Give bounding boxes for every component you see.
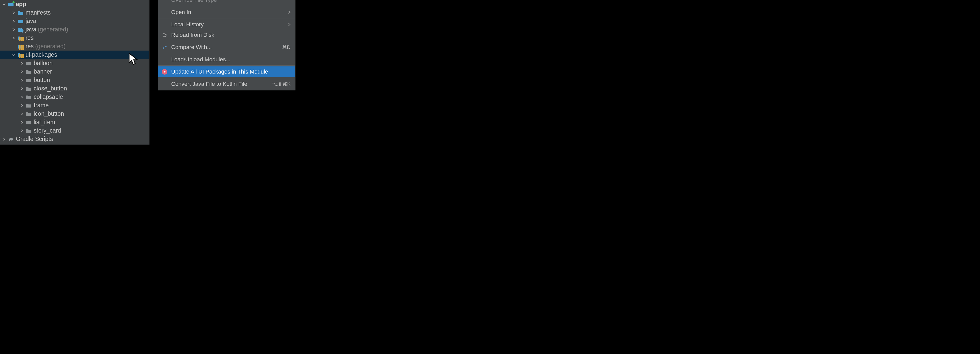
chevron-right-icon[interactable]: [12, 28, 16, 31]
menu-item-reload-from-disk[interactable]: Reload from Disk: [158, 30, 295, 40]
folder-icon: [26, 61, 32, 66]
tree-node-app[interactable]: app: [0, 0, 149, 8]
tree-label: list_item: [34, 119, 55, 126]
chevron-down-icon[interactable]: [12, 53, 16, 56]
menu-item-convert-to-kotlin[interactable]: Convert Java File to Kotlin File ⌥⇧⌘K: [158, 79, 295, 89]
menu-item-load-unload-modules[interactable]: Load/Unload Modules...: [158, 54, 295, 65]
spinner-icon: [18, 28, 24, 33]
menu-label: Override File Type: [171, 0, 291, 3]
menu-label: Compare With...: [171, 44, 282, 51]
tree-label: story_card: [34, 127, 61, 134]
compare-icon: [162, 44, 168, 50]
tree-suffix: (generated): [38, 26, 68, 33]
context-menu: Override File Type Open In Local History…: [158, 0, 296, 91]
chevron-right-icon[interactable]: [20, 121, 24, 124]
folder-icon: [26, 77, 32, 83]
folder-icon: [26, 120, 32, 125]
menu-separator: [158, 78, 295, 78]
tree-label: manifests: [25, 9, 51, 16]
chevron-right-icon[interactable]: [2, 138, 6, 141]
tree-label: close_button: [34, 85, 67, 92]
tree-node-gradle-scripts[interactable]: Gradle Scripts: [0, 135, 149, 143]
chevron-down-icon[interactable]: [2, 3, 6, 6]
folder-icon: [26, 86, 32, 91]
figma-relay-icon: [162, 69, 168, 75]
tree-node-java-generated[interactable]: java (generated): [0, 25, 149, 34]
menu-item-open-in[interactable]: Open In: [158, 7, 295, 18]
tree-node-close-button[interactable]: close_button: [0, 84, 149, 93]
project-tree-panel: app manifests java java (generated) res: [0, 0, 150, 145]
tree-node-res[interactable]: res: [0, 34, 149, 42]
tree-node-ui-packages[interactable]: ui-packages: [0, 51, 149, 59]
tree-label: res: [25, 35, 34, 41]
module-dot-icon: [13, 1, 14, 3]
resource-bars-icon: [18, 45, 24, 50]
tree-node-balloon[interactable]: balloon: [0, 59, 149, 67]
tree-label: res: [25, 43, 34, 50]
menu-item-compare-with[interactable]: Compare With... ⌘D: [158, 42, 295, 53]
tree-label: ui-packages: [25, 51, 57, 58]
tree-node-list-item[interactable]: list_item: [0, 118, 149, 126]
resource-folder-icon: [18, 35, 24, 41]
menu-shortcut: ⌥⇧⌘K: [272, 81, 291, 87]
submenu-arrow-icon: [288, 9, 291, 16]
chevron-right-icon[interactable]: [12, 20, 16, 23]
menu-separator: [158, 41, 295, 41]
folder-icon: [26, 111, 32, 117]
reload-icon: [162, 32, 168, 38]
tree-node-frame[interactable]: frame: [0, 101, 149, 110]
tree-label: balloon: [34, 60, 52, 67]
tree-node-icon-button[interactable]: icon_button: [0, 110, 149, 118]
menu-label: Reload from Disk: [171, 32, 291, 38]
tree-node-story-card[interactable]: story_card: [0, 126, 149, 135]
chevron-right-icon[interactable]: [20, 112, 24, 115]
chevron-right-icon[interactable]: [20, 104, 24, 107]
tree-label: java: [25, 18, 36, 24]
menu-label: Open In: [171, 9, 288, 16]
chevron-right-icon[interactable]: [12, 11, 16, 14]
folder-icon: [26, 103, 32, 108]
folder-icon: [18, 18, 24, 24]
menu-label: Convert Java File to Kotlin File: [171, 81, 272, 87]
resource-bars-icon: [18, 37, 24, 41]
chevron-right-icon[interactable]: [12, 37, 16, 40]
resource-bars-icon: [18, 54, 24, 58]
folder-icon: [18, 10, 24, 16]
menu-separator: [158, 6, 295, 6]
tree-label: java: [25, 26, 36, 33]
menu-label: Update All UI Packages in This Module: [171, 69, 291, 75]
chevron-right-icon[interactable]: [20, 96, 24, 99]
submenu-arrow-icon: [288, 21, 291, 28]
tree-node-java[interactable]: java: [0, 17, 149, 25]
tree-label: banner: [34, 68, 52, 75]
menu-item-override-file-type[interactable]: Override File Type: [158, 0, 295, 5]
folder-icon: [26, 69, 32, 75]
tree-label: app: [16, 1, 26, 8]
tree-node-button[interactable]: button: [0, 76, 149, 84]
chevron-right-icon[interactable]: [20, 70, 24, 73]
tree-label: button: [34, 77, 50, 83]
resource-folder-icon: [18, 44, 24, 49]
tree-node-manifests[interactable]: manifests: [0, 8, 149, 17]
chevron-right-icon[interactable]: [20, 79, 24, 82]
resource-folder-icon: [18, 52, 24, 58]
menu-item-local-history[interactable]: Local History: [158, 19, 295, 30]
tree-suffix: (generated): [35, 43, 65, 50]
menu-item-update-ui-packages[interactable]: Update All UI Packages in This Module: [158, 66, 295, 77]
tree-label: collapsable: [34, 94, 63, 100]
gradle-icon: [8, 136, 14, 142]
tree-node-banner[interactable]: banner: [0, 67, 149, 76]
generated-folder-icon: [18, 27, 24, 32]
folder-icon: [26, 94, 32, 100]
module-folder-icon: [8, 2, 14, 7]
chevron-right-icon[interactable]: [20, 87, 24, 90]
chevron-right-icon[interactable]: [20, 129, 24, 132]
tree-label: frame: [34, 102, 49, 109]
menu-shortcut: ⌘D: [282, 44, 291, 50]
menu-label: Local History: [171, 21, 288, 28]
chevron-right-icon[interactable]: [20, 62, 24, 65]
menu-label: Load/Unload Modules...: [171, 56, 291, 63]
tree-node-res-generated[interactable]: res (generated): [0, 42, 149, 51]
tree-label: Gradle Scripts: [16, 136, 53, 142]
tree-node-collapsable[interactable]: collapsable: [0, 93, 149, 101]
